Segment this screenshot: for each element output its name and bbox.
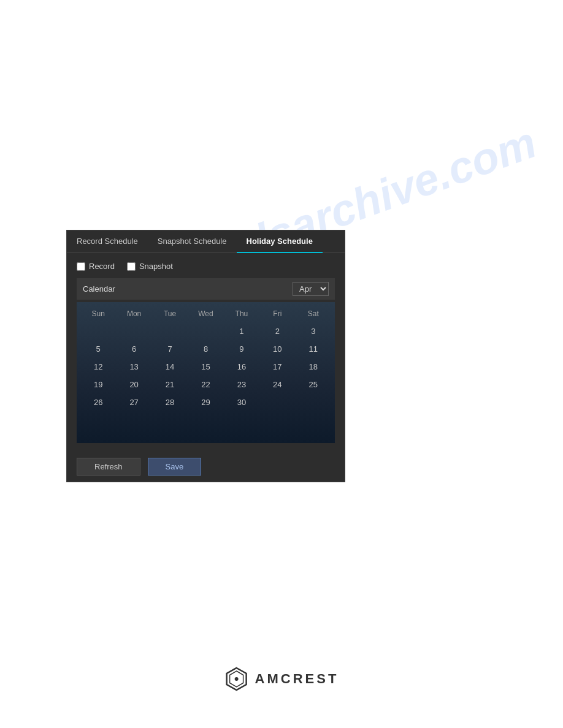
tab-snapshot-schedule[interactable]: Snapshot Schedule bbox=[148, 230, 237, 252]
cal-day-empty bbox=[116, 323, 151, 339]
refresh-button[interactable]: Refresh bbox=[77, 458, 140, 476]
cal-day-2[interactable]: 2 bbox=[259, 323, 295, 339]
cal-day-20[interactable]: 20 bbox=[116, 376, 151, 393]
day-headers: Sun Mon Tue Wed Thu Fri Sat bbox=[80, 307, 331, 320]
day-header-sun: Sun bbox=[80, 307, 116, 320]
amcrest-logo-icon bbox=[224, 667, 249, 691]
main-panel: Record Schedule Snapshot Schedule Holida… bbox=[66, 230, 345, 482]
cal-day-3[interactable]: 3 bbox=[296, 323, 331, 339]
cal-day-21[interactable]: 21 bbox=[152, 376, 188, 393]
day-header-thu: Thu bbox=[224, 307, 259, 320]
calendar-week-4: 19 20 21 22 23 24 25 bbox=[80, 376, 331, 393]
cal-day-5[interactable]: 5 bbox=[80, 341, 116, 357]
tab-record-schedule[interactable]: Record Schedule bbox=[67, 230, 148, 252]
day-header-wed: Wed bbox=[188, 307, 223, 320]
cal-day-13[interactable]: 13 bbox=[116, 358, 151, 375]
cal-day-empty bbox=[80, 323, 116, 339]
cal-day-16[interactable]: 16 bbox=[224, 358, 259, 375]
cal-day-7[interactable]: 7 bbox=[152, 341, 188, 357]
checkbox-row: Record Snapshot bbox=[77, 262, 335, 271]
cal-day-11[interactable]: 11 bbox=[296, 341, 331, 357]
tab-holiday-schedule[interactable]: Holiday Schedule bbox=[237, 230, 323, 253]
cal-day-30[interactable]: 30 bbox=[224, 394, 259, 411]
cal-day-17[interactable]: 17 bbox=[259, 358, 295, 375]
record-checkbox-item[interactable]: Record bbox=[77, 262, 115, 271]
cal-day-23[interactable]: 23 bbox=[224, 376, 259, 393]
record-checkbox-label: Record bbox=[89, 262, 115, 271]
day-header-tue: Tue bbox=[152, 307, 188, 320]
calendar-header: Calendar Jan Feb Mar Apr May Jun Jul Aug… bbox=[77, 278, 335, 300]
calendar-grid: Sun Mon Tue Wed Thu Fri Sat 1 2 3 bbox=[77, 302, 335, 443]
cal-day-empty bbox=[296, 394, 331, 411]
calendar-week-5: 26 27 28 29 30 bbox=[80, 394, 331, 411]
cal-day-26[interactable]: 26 bbox=[80, 394, 116, 411]
calendar-week-1: 1 2 3 bbox=[80, 323, 331, 339]
calendar-week-3: 12 13 14 15 16 17 18 bbox=[80, 358, 331, 375]
cal-day-12[interactable]: 12 bbox=[80, 358, 116, 375]
day-header-sat: Sat bbox=[296, 307, 331, 320]
cal-day-22[interactable]: 22 bbox=[188, 376, 223, 393]
cal-day-10[interactable]: 10 bbox=[259, 341, 295, 357]
record-checkbox[interactable] bbox=[77, 262, 85, 271]
cal-day-19[interactable]: 19 bbox=[80, 376, 116, 393]
calendar-label: Calendar bbox=[83, 284, 115, 294]
cal-day-empty bbox=[259, 394, 295, 411]
calendar-week-2: 5 6 7 8 9 10 11 bbox=[80, 341, 331, 357]
cal-day-empty bbox=[152, 323, 188, 339]
cal-day-8[interactable]: 8 bbox=[188, 341, 223, 357]
cal-day-18[interactable]: 18 bbox=[296, 358, 331, 375]
cal-day-25[interactable]: 25 bbox=[296, 376, 331, 393]
tab-content: Record Snapshot Calendar Jan Feb Mar Apr… bbox=[67, 253, 345, 452]
snapshot-checkbox-item[interactable]: Snapshot bbox=[127, 262, 173, 271]
month-select[interactable]: Jan Feb Mar Apr May Jun Jul Aug Sep Oct … bbox=[293, 282, 329, 296]
cal-day-14[interactable]: 14 bbox=[152, 358, 188, 375]
snapshot-checkbox-label: Snapshot bbox=[139, 262, 173, 271]
svg-point-2 bbox=[235, 677, 239, 681]
cal-day-27[interactable]: 27 bbox=[116, 394, 151, 411]
cal-day-15[interactable]: 15 bbox=[188, 358, 223, 375]
day-header-fri: Fri bbox=[259, 307, 295, 320]
snapshot-checkbox[interactable] bbox=[127, 262, 136, 271]
tab-bar: Record Schedule Snapshot Schedule Holida… bbox=[67, 230, 345, 253]
day-header-mon: Mon bbox=[116, 307, 151, 320]
button-row: Refresh Save bbox=[67, 452, 345, 482]
cal-day-24[interactable]: 24 bbox=[259, 376, 295, 393]
cal-day-9[interactable]: 9 bbox=[224, 341, 259, 357]
cal-day-empty bbox=[188, 323, 223, 339]
save-button[interactable]: Save bbox=[148, 458, 202, 476]
bottom-logo: AMCREST bbox=[224, 667, 339, 691]
logo-text: AMCREST bbox=[255, 671, 339, 687]
cal-day-6[interactable]: 6 bbox=[116, 341, 151, 357]
cal-day-28[interactable]: 28 bbox=[152, 394, 188, 411]
cal-day-1[interactable]: 1 bbox=[224, 323, 259, 339]
cal-day-29[interactable]: 29 bbox=[188, 394, 223, 411]
